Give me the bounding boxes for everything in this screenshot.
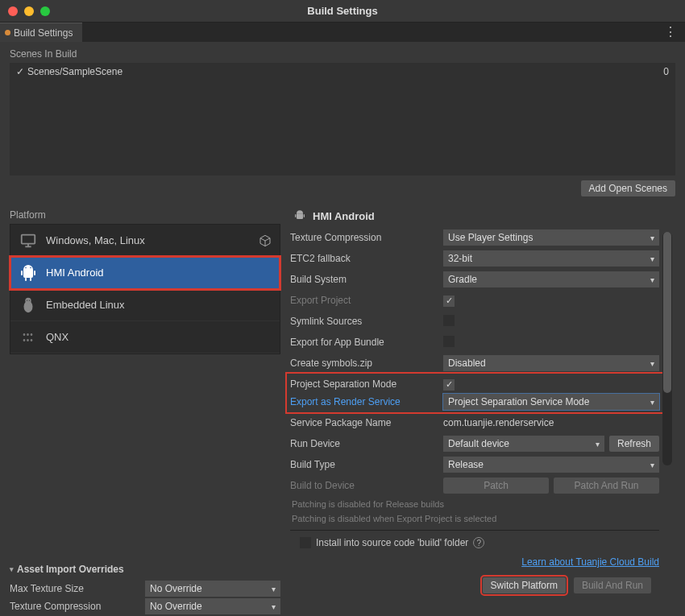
build-type-dropdown[interactable]: Release bbox=[443, 457, 659, 473]
svg-point-12 bbox=[29, 300, 30, 300]
cloud-build-link[interactable]: Learn about Tuanjie Cloud Build bbox=[290, 556, 659, 568]
platform-settings-header: HMI Android bbox=[290, 209, 675, 229]
max-texture-dropdown[interactable]: No Override bbox=[145, 581, 280, 597]
platform-settings-panel: HMI Android Texture Compression Use Play… bbox=[290, 209, 675, 616]
symlink-sources-checkbox[interactable] bbox=[443, 315, 455, 326]
tab-label: Build Settings bbox=[14, 27, 73, 39]
asset-import-overrides: Asset Import Overrides Max Texture Size … bbox=[10, 564, 280, 616]
etc2-fallback-dropdown[interactable]: 32-bit bbox=[443, 250, 659, 267]
android-icon bbox=[19, 263, 38, 283]
scene-index: 0 bbox=[663, 66, 669, 77]
scene-row[interactable]: ✓Scenes/SampleScene 0 bbox=[16, 66, 669, 77]
tex-compress-label: Texture Compression bbox=[10, 601, 139, 612]
patch-and-run-button[interactable]: Patch And Run bbox=[554, 478, 659, 494]
service-package-value: com.tuanjie.renderservice bbox=[443, 417, 659, 428]
settings-scrollbar[interactable] bbox=[662, 232, 672, 465]
platform-item-qnx[interactable]: •••••• QNX bbox=[10, 321, 280, 353]
export-project-checkbox[interactable]: ✓ bbox=[443, 296, 455, 307]
patch-disabled-info-2: Patching is disabled when Export Project… bbox=[290, 512, 659, 523]
create-symbols-dropdown[interactable]: Disabled bbox=[443, 355, 659, 371]
platform-label: Embedded Linux bbox=[46, 299, 125, 311]
svg-point-10 bbox=[25, 297, 31, 303]
platform-label: HMI Android bbox=[46, 267, 104, 279]
platform-header: Platform bbox=[10, 209, 280, 221]
window-title: Build Settings bbox=[8, 5, 677, 17]
export-app-bundle-checkbox[interactable] bbox=[443, 336, 455, 347]
install-source-checkbox[interactable] bbox=[300, 537, 311, 548]
svg-rect-5 bbox=[21, 271, 23, 275]
svg-rect-7 bbox=[25, 278, 27, 281]
platform-settings-title: HMI Android bbox=[313, 210, 375, 222]
svg-rect-0 bbox=[22, 234, 35, 243]
overrides-header[interactable]: Asset Import Overrides bbox=[10, 564, 280, 575]
create-symbols-label: Create symbols.zip bbox=[290, 358, 443, 369]
project-separation-label: Project Separation Mode bbox=[290, 378, 443, 390]
help-icon[interactable]: ? bbox=[473, 537, 484, 548]
platform-label: QNX bbox=[46, 331, 68, 343]
platform-label: Windows, Mac, Linux bbox=[46, 234, 145, 246]
tab-build-settings[interactable]: Build Settings bbox=[0, 23, 82, 42]
platform-item-standalone[interactable]: Windows, Mac, Linux bbox=[10, 225, 280, 257]
texture-compression-label: Texture Compression bbox=[290, 232, 443, 243]
cube-icon bbox=[259, 234, 272, 247]
symlink-sources-label: Symlink Sources bbox=[290, 316, 443, 327]
qnx-icon: •••••• bbox=[19, 328, 38, 347]
close-window-button[interactable] bbox=[8, 6, 18, 16]
highlighted-separation-settings: Project Separation Mode ✓ Export as Rend… bbox=[287, 374, 662, 412]
titlebar: Build Settings bbox=[0, 0, 685, 23]
scenes-list[interactable]: ✓Scenes/SampleScene 0 bbox=[10, 63, 675, 176]
overflow-menu-icon[interactable]: ⋮ bbox=[664, 24, 677, 39]
tex-compress-dropdown[interactable]: No Override bbox=[145, 598, 280, 614]
platform-list: Windows, Mac, Linux HMI Android Embedded… bbox=[10, 224, 280, 354]
android-icon bbox=[293, 209, 306, 222]
export-app-bundle-label: Export for App Bundle bbox=[290, 337, 443, 348]
service-package-label: Service Package Name bbox=[290, 417, 443, 428]
max-texture-label: Max Texture Size bbox=[10, 583, 139, 594]
platform-item-hmi-android[interactable]: HMI Android bbox=[10, 257, 280, 289]
scenes-header: Scenes In Build bbox=[10, 48, 675, 60]
monitor-icon bbox=[19, 231, 38, 250]
patch-button[interactable]: Patch bbox=[443, 478, 549, 494]
etc2-fallback-label: ETC2 fallback bbox=[290, 253, 443, 264]
svg-point-3 bbox=[25, 267, 27, 268]
tab-icon bbox=[5, 30, 10, 35]
install-source-label: Install into source code 'build' folder bbox=[316, 537, 468, 548]
minimize-window-button[interactable] bbox=[24, 6, 34, 16]
scenes-panel: Scenes In Build ✓Scenes/SampleScene 0 Ad… bbox=[0, 42, 685, 205]
patch-disabled-info-1: Patching is disabled for Release builds bbox=[290, 498, 659, 509]
check-icon: ✓ bbox=[16, 66, 24, 77]
build-system-label: Build System bbox=[290, 274, 443, 285]
export-project-label: Export Project bbox=[290, 295, 443, 306]
scene-name: Scenes/SampleScene bbox=[27, 66, 122, 77]
build-type-label: Build Type bbox=[290, 459, 443, 470]
texture-compression-dropdown[interactable]: Use Player Settings bbox=[443, 229, 659, 246]
build-to-device-label: Build to Device bbox=[290, 480, 443, 491]
add-open-scenes-button[interactable]: Add Open Scenes bbox=[581, 180, 675, 196]
tab-bar: Build Settings ⋮ bbox=[0, 23, 685, 42]
svg-point-4 bbox=[30, 267, 31, 268]
switch-platform-button[interactable]: Switch Platform bbox=[483, 577, 566, 593]
project-separation-checkbox[interactable]: ✓ bbox=[443, 379, 455, 391]
svg-rect-6 bbox=[34, 271, 35, 275]
run-device-dropdown[interactable]: Default device bbox=[443, 436, 604, 452]
run-device-label: Run Device bbox=[290, 438, 443, 449]
svg-rect-13 bbox=[295, 214, 296, 217]
build-system-dropdown[interactable]: Gradle bbox=[443, 271, 659, 287]
export-render-service-label: Export as Render Service bbox=[290, 396, 443, 407]
build-and-run-button[interactable]: Build And Run bbox=[574, 577, 651, 593]
platform-item-embedded-linux[interactable]: Embedded Linux bbox=[10, 289, 280, 321]
svg-rect-8 bbox=[30, 278, 31, 281]
export-render-service-dropdown[interactable]: Project Separation Service Mode bbox=[443, 394, 659, 410]
svg-rect-14 bbox=[304, 214, 305, 217]
penguin-icon bbox=[19, 296, 38, 315]
traffic-lights bbox=[8, 6, 50, 16]
maximize-window-button[interactable] bbox=[40, 6, 50, 16]
svg-point-11 bbox=[27, 300, 27, 300]
refresh-button[interactable]: Refresh bbox=[609, 436, 659, 452]
